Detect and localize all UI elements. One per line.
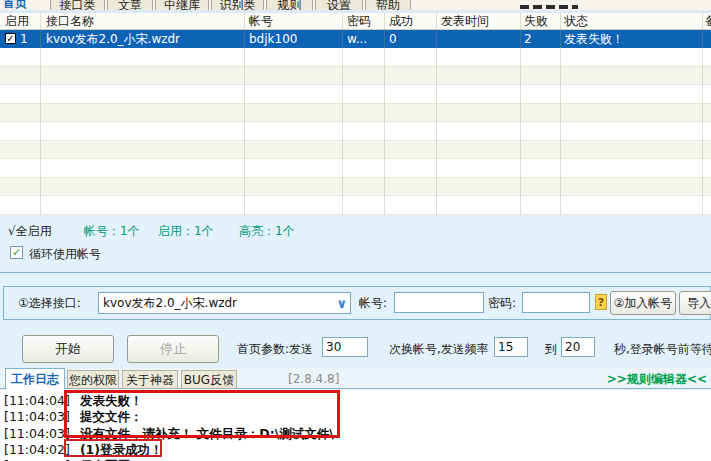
col-header-name[interactable]: 接口名称 bbox=[46, 13, 94, 30]
password-input[interactable] bbox=[522, 292, 590, 313]
grid-line bbox=[520, 13, 521, 215]
account-input[interactable] bbox=[394, 292, 484, 313]
select-interface-label: ①选择接口: bbox=[18, 295, 81, 312]
stat-highlight: 高亮：1个 bbox=[239, 223, 295, 240]
to-label: 到 bbox=[545, 341, 557, 358]
homepage-param-label: 首页参数:发送 bbox=[237, 341, 313, 358]
interface-table: 启用 接口名称 帐号 密码 成功 发表时间 失败 状态 备注 ✓ 1 kvov发… bbox=[0, 13, 711, 215]
password-help-icon[interactable]: ? bbox=[595, 294, 607, 310]
bottom-tab-strip: 工作日志 您的权限 关于神器 BUG反馈 [2.8.4.8] >>规则编辑器<< bbox=[0, 368, 711, 390]
col-header-fail[interactable]: 失败 bbox=[524, 13, 548, 30]
col-header-enable[interactable]: 启用 bbox=[5, 13, 29, 30]
import-account-button[interactable]: 导入帐号 bbox=[679, 291, 711, 315]
col-header-success[interactable]: 成功 bbox=[389, 13, 413, 30]
check-icon: ✓ bbox=[12, 246, 21, 259]
switch-account-label: 次换帐号,发送频率 bbox=[389, 341, 489, 358]
grid-line bbox=[40, 13, 41, 215]
log-time: [11:04:03] bbox=[4, 409, 70, 424]
col-header-remark[interactable]: 备注 bbox=[705, 13, 711, 30]
annotation-red-box bbox=[64, 390, 340, 438]
stop-button[interactable]: 停止 bbox=[127, 335, 219, 363]
table-empty-row bbox=[0, 85, 711, 104]
rule-editor-link[interactable]: >>规则编辑器<< bbox=[607, 371, 707, 388]
freq-max-input[interactable] bbox=[561, 337, 595, 357]
select-all-toggle[interactable]: √全启用 bbox=[8, 223, 52, 240]
col-header-status[interactable]: 状态 bbox=[564, 13, 588, 30]
grid-line bbox=[560, 13, 561, 215]
annotation-red-box-small bbox=[64, 439, 162, 457]
account-label: 帐号: bbox=[359, 295, 387, 312]
password-label: 密码: bbox=[488, 295, 516, 312]
table-empty-row bbox=[0, 196, 711, 215]
tab-bug-feedback[interactable]: BUG反馈 bbox=[181, 370, 237, 389]
grid-line bbox=[342, 13, 343, 215]
check-icon: ✓ bbox=[6, 33, 14, 44]
tab-about[interactable]: 关于神器 bbox=[122, 370, 178, 389]
log-time: [11:04:02] bbox=[4, 442, 70, 457]
grid-line bbox=[702, 13, 703, 215]
table-empty-row bbox=[0, 178, 711, 196]
log-time: [11:04:03] bbox=[4, 426, 70, 441]
cell-fail: 2 bbox=[524, 30, 532, 48]
log-time: [11:04:04] bbox=[4, 393, 70, 408]
interface-select[interactable]: kvov发布2.0_小宋.wzdr ∨ bbox=[98, 292, 351, 314]
cell-name: kvov发布2.0_小宋.wzdr bbox=[46, 30, 180, 48]
cell-success: 0 bbox=[389, 30, 397, 48]
interface-select-value: kvov发布2.0_小宋.wzdr bbox=[103, 296, 237, 310]
table-empty-row bbox=[0, 159, 711, 178]
start-button[interactable]: 开始 bbox=[22, 335, 114, 363]
table-empty-row bbox=[0, 48, 711, 67]
version-label: [2.8.4.8] bbox=[288, 372, 339, 386]
table-empty-row bbox=[0, 122, 711, 141]
table-empty-row bbox=[0, 104, 711, 122]
cell-account: bdjk100 bbox=[249, 30, 297, 48]
seconds-wait-label: 秒,登录帐号前等待 bbox=[614, 341, 711, 358]
tab-your-permission[interactable]: 您的权限 bbox=[67, 370, 119, 389]
tab-work-log[interactable]: 工作日志 bbox=[5, 368, 65, 390]
loop-accounts-label: 循环使用帐号 bbox=[29, 246, 101, 263]
chevron-down-icon[interactable]: ∨ bbox=[336, 294, 347, 314]
loop-accounts-checkbox[interactable]: ✓ bbox=[10, 246, 23, 259]
grid-line bbox=[244, 13, 245, 215]
col-header-account[interactable]: 帐号 bbox=[249, 13, 273, 30]
stat-enabled: 启用：1个 bbox=[158, 223, 214, 240]
row-checkbox[interactable]: ✓ bbox=[5, 33, 16, 44]
account-form-box: ①选择接口: kvov发布2.0_小宋.wzdr ∨ 帐号: 密码: ? ②加入… bbox=[3, 286, 711, 320]
grid-line bbox=[384, 13, 385, 215]
send-count-input[interactable] bbox=[322, 337, 368, 357]
table-row-selected[interactable]: ✓ 1 kvov发布2.0_小宋.wzdr bdjk100 w... 0 2 发… bbox=[0, 30, 711, 48]
col-header-password[interactable]: 密码 bbox=[347, 13, 371, 30]
stat-accounts: 帐号：1个 bbox=[84, 223, 140, 240]
work-log-area: [11:04:04]发表失败！ [11:04:03]提交文件： [11:04:0… bbox=[0, 390, 711, 461]
grid-line bbox=[436, 13, 437, 215]
col-header-posttime[interactable]: 发表时间 bbox=[441, 13, 489, 30]
app-window: 首页 接口类 文章 中继库 识别类 规则 设置 帮助 启用 接口名称 帐号 密码… bbox=[0, 0, 711, 461]
row-number: 1 bbox=[20, 30, 28, 48]
cell-status: 发表失败！ bbox=[564, 30, 624, 48]
table-empty-row bbox=[0, 67, 711, 85]
panel-divider bbox=[0, 272, 711, 273]
table-empty-row bbox=[0, 141, 711, 159]
freq-min-input[interactable] bbox=[494, 337, 528, 357]
add-account-button[interactable]: ②加入帐号 bbox=[610, 291, 676, 315]
cell-password: w... bbox=[347, 30, 367, 48]
top-menu-strip: 首页 接口类 文章 中继库 识别类 规则 设置 帮助 bbox=[0, 0, 711, 13]
table-header-row: 启用 接口名称 帐号 密码 成功 发表时间 失败 状态 备注 bbox=[0, 13, 711, 30]
clipped-title-fragment bbox=[520, 5, 578, 9]
control-panel: √全启用 帐号：1个 启用：1个 高亮：1个 ✓ 循环使用帐号 ①选择接口: k… bbox=[0, 215, 711, 368]
